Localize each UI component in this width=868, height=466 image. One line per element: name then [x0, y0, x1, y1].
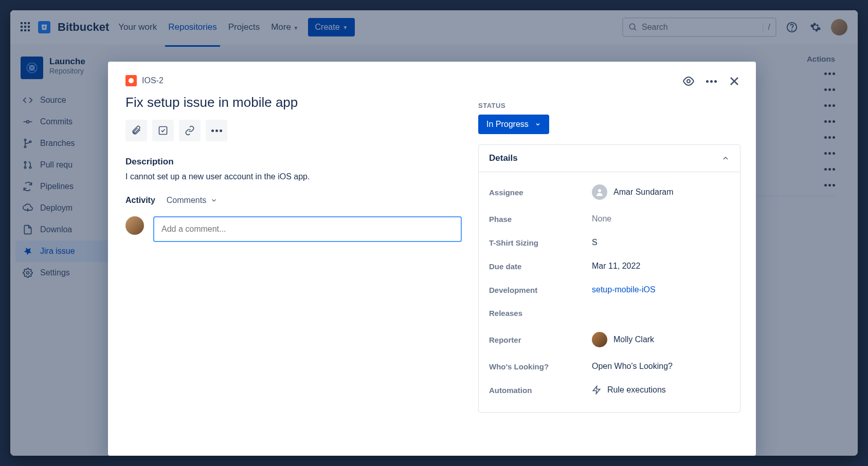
svg-rect-16 — [159, 127, 167, 135]
assignee-avatar-icon — [592, 184, 607, 200]
comments-filter[interactable]: Comments — [167, 196, 218, 205]
comment-row — [125, 216, 462, 242]
modal-controls — [682, 75, 740, 87]
modal-side: STATUS In Progress Details Assignee Amar… — [478, 62, 756, 456]
sizing-field[interactable]: T-Shirt Sizing S — [489, 231, 730, 254]
releases-field[interactable]: Releases — [489, 302, 730, 325]
activity-label: Activity — [125, 196, 155, 205]
svg-point-17 — [687, 80, 690, 83]
checklist-button[interactable] — [152, 120, 174, 141]
modal-more-icon[interactable] — [706, 80, 717, 83]
attach-button[interactable] — [125, 120, 147, 141]
svg-point-20 — [598, 189, 601, 192]
svg-marker-21 — [593, 386, 600, 394]
modal-main: IOS-2 Fix setup issue in mobile app Desc… — [108, 62, 478, 456]
details-header[interactable]: Details — [479, 145, 740, 172]
activity-row: Activity Comments — [125, 196, 462, 205]
app-window: Bitbucket Your work Repositories Project… — [10, 10, 858, 456]
issue-key-row: IOS-2 — [125, 75, 462, 86]
watch-icon[interactable] — [682, 75, 695, 87]
details-panel: Details Assignee Amar Sundaram Phase Non… — [478, 144, 740, 413]
more-actions-button[interactable] — [206, 120, 227, 141]
automation-field[interactable]: Automation Rule executions — [489, 378, 730, 402]
link-button[interactable] — [179, 120, 201, 141]
comment-input[interactable] — [153, 216, 462, 242]
due-date-field[interactable]: Due date Mar 11, 2022 — [489, 254, 730, 278]
issue-key[interactable]: IOS-2 — [142, 76, 164, 85]
commenter-avatar — [125, 216, 144, 235]
phase-field[interactable]: Phase None — [489, 207, 730, 231]
issue-type-icon — [125, 75, 137, 86]
close-icon[interactable] — [728, 75, 740, 87]
issue-title[interactable]: Fix setup issue in mobile app — [125, 95, 462, 110]
development-field[interactable]: Development setup-mobile-iOS — [489, 278, 730, 302]
status-label: STATUS — [478, 102, 740, 109]
chevron-down-icon — [210, 197, 218, 204]
whos-looking-field[interactable]: Who's Looking? Open Who's Looking? — [489, 355, 730, 378]
assignee-field[interactable]: Assignee Amar Sundaram — [489, 177, 730, 207]
issue-toolbar — [125, 120, 462, 141]
reporter-field[interactable]: Reporter Molly Clark — [489, 325, 730, 355]
description-label: Description — [125, 157, 462, 167]
issue-modal: IOS-2 Fix setup issue in mobile app Desc… — [108, 62, 756, 456]
chevron-up-icon — [721, 154, 730, 162]
chevron-down-icon — [535, 121, 541, 127]
description-text[interactable]: I cannot set up a new user account in th… — [125, 172, 462, 181]
status-dropdown[interactable]: In Progress — [478, 115, 549, 134]
reporter-avatar-icon — [592, 332, 607, 347]
lightning-icon — [592, 385, 601, 395]
